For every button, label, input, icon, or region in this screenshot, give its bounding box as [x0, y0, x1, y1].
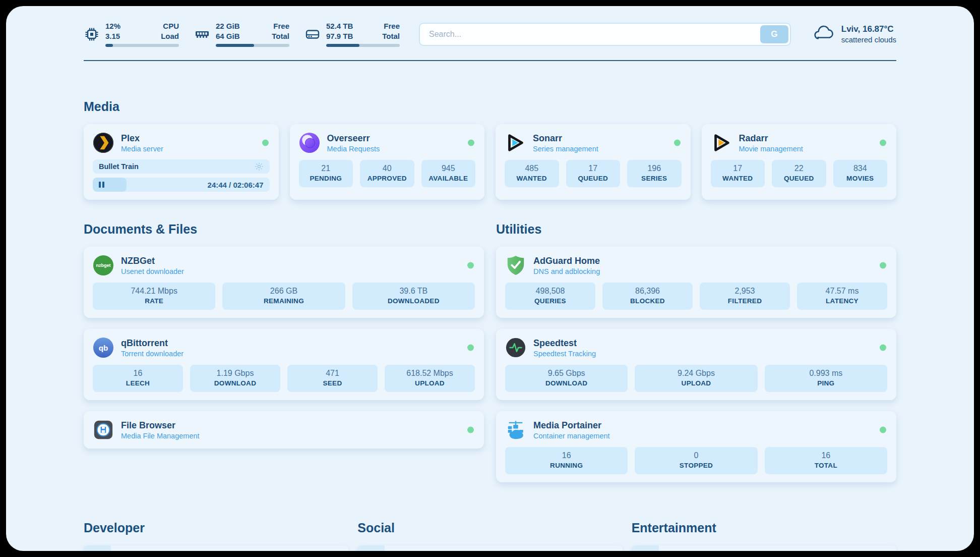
stat-box: 2,953FILTERED [700, 283, 790, 310]
app-card-overseerr[interactable]: OverseerrMedia Requests21PENDING40APPROV… [290, 124, 485, 200]
stat-label: AVAILABLE [424, 175, 473, 182]
top-bar: 12%3.15CPULoad22 GiB64 GiBFreeTotal52.4 … [84, 6, 896, 47]
app-name: Overseerr [327, 133, 380, 144]
bookmark-youtube[interactable]: YTYouTubeyoutube.com [632, 545, 896, 551]
app-name: Plex [121, 133, 163, 144]
app-card-sonarr[interactable]: SonarrSeries management485WANTED17QUEUED… [496, 124, 691, 200]
stat-label: WANTED [508, 175, 556, 182]
bookmarks-area: DeveloperGHGithubgithub.comSOStackOverfl… [84, 521, 896, 551]
app-name: Media Portainer [533, 420, 610, 431]
stat-box: 22QUEUED [772, 160, 826, 187]
stat-label: STOPPED [638, 462, 754, 469]
app-subtitle: Media Requests [327, 145, 380, 153]
stat-label: QUEUED [775, 175, 823, 182]
section-title-developer: Developer [84, 521, 348, 535]
app-subtitle: Torrent downloader [121, 350, 183, 358]
portainer-icon [505, 419, 526, 440]
status-dot [262, 140, 269, 146]
bookmark-github[interactable]: GHGithubgithub.com [84, 545, 348, 551]
app-name: qBittorrent [121, 338, 183, 349]
app-subtitle: Movie management [739, 145, 803, 153]
bookmark-group-developer: DeveloperGHGithubgithub.comSOStackOverfl… [84, 521, 348, 551]
app-card-speedtest[interactable]: SpeedtestSpeedtest Tracking9.65 GbpsDOWN… [496, 329, 896, 400]
app-name: Speedtest [533, 338, 596, 349]
stat-label: FILTERED [703, 297, 787, 305]
stat-label: SEED [290, 379, 375, 387]
stat-value: 0 [638, 451, 754, 460]
bookmark-abbr: YT [632, 545, 659, 551]
app-card-file-browser[interactable]: File BrowserMedia File Management [84, 411, 484, 449]
status-dot [880, 140, 886, 146]
adguard-icon [505, 255, 526, 276]
bookmark-abbr: GH [84, 545, 111, 551]
search-provider-button[interactable]: G [760, 25, 788, 43]
monitor-progress-fill [216, 44, 254, 47]
app-subtitle: DNS and adblocking [533, 267, 600, 275]
app-card-adguard-home[interactable]: AdGuard HomeDNS and adblocking498,508QUE… [496, 247, 896, 318]
qbittorrent-icon: qb [93, 337, 114, 358]
app-card-qbittorrent[interactable]: qbqBittorrentTorrent downloader16LEECH1.… [84, 329, 484, 400]
playback-time: 24:44 / 02:06:47 [208, 181, 264, 189]
stat-value: 16 [508, 451, 625, 460]
stat-box: 196SERIES [627, 160, 682, 187]
stat-value: 39.6 TB [355, 287, 472, 296]
status-dot [880, 262, 886, 269]
stat-value: 17 [714, 164, 762, 173]
stat-value: 0.993 ms [768, 369, 884, 378]
stat-box: 86,396BLOCKED [602, 283, 693, 310]
stat-value: 9.24 Gbps [638, 369, 754, 378]
stat-label: DOWNLOAD [508, 379, 625, 387]
stat-label: LEECH [96, 379, 180, 387]
section-title-social: Social [357, 521, 622, 535]
ram-icon [194, 26, 210, 42]
app-card-media-portainer[interactable]: Media PortainerContainer management16RUN… [496, 411, 896, 482]
stat-box: 0STOPPED [635, 447, 757, 474]
stat-value: 945 [424, 164, 473, 173]
stat-value: 40 [363, 164, 411, 173]
status-dot [467, 262, 474, 269]
weather-widget: Lviv, 16.87°C scattered clouds [812, 24, 896, 44]
status-dot [467, 345, 474, 351]
stat-label: UPLOAD [388, 379, 472, 387]
bookmark-linkedin[interactable]: LILinkedInlinkedin.com [357, 545, 622, 551]
monitor-values: 52.4 TB97.9 TB [326, 21, 353, 41]
stat-label: MOVIES [836, 175, 885, 182]
monitor-labels: CPULoad [161, 21, 179, 41]
gear-icon[interactable] [255, 162, 264, 171]
now-playing-title: Bullet Train [99, 162, 139, 171]
status-dot [468, 140, 474, 146]
section-title-documents: Documents & Files [84, 222, 484, 237]
app-subtitle: Usenet downloader [121, 267, 184, 275]
stat-box: 16LEECH [93, 365, 183, 392]
stat-box: 498,508QUERIES [505, 283, 595, 310]
monitor-progress-fill [105, 44, 113, 47]
app-name: NZBGet [121, 255, 184, 267]
bookmark-group-social: SocialLILinkedInlinkedin.comTWTwittertwi… [357, 521, 622, 551]
section-documents: Documents & Files nzbgetNZBGetUsenet dow… [84, 222, 484, 482]
section-title-entertainment: Entertainment [632, 521, 896, 535]
bookmark-abbr: LI [357, 545, 385, 551]
app-card-radarr[interactable]: RadarrMovie management17WANTED22QUEUED83… [702, 124, 897, 200]
pause-icon [99, 182, 104, 188]
stat-box: 16TOTAL [765, 447, 887, 474]
app-subtitle: Media server [121, 145, 163, 153]
stat-box: 834MOVIES [833, 160, 888, 187]
stat-value: 485 [508, 164, 556, 173]
status-dot [467, 427, 474, 433]
app-card-nzbget[interactable]: nzbgetNZBGetUsenet downloader744.21 Mbps… [84, 247, 484, 318]
app-card-plex[interactable]: PlexMedia serverBullet Train24:44 / 02:0… [84, 124, 279, 200]
bookmark-group-entertainment: EntertainmentYTYouTubeyoutube.comNFNetfl… [632, 521, 896, 551]
stat-value: 86,396 [605, 287, 690, 296]
sonarr-icon [505, 132, 526, 153]
stat-label: RATE [96, 297, 212, 305]
stat-value: 618.52 Mbps [388, 369, 472, 378]
stat-label: WANTED [714, 175, 762, 182]
monitor-progress-fill [326, 44, 359, 47]
app-subtitle: Media File Management [121, 432, 200, 440]
monitor-values: 22 GiB64 GiB [216, 21, 240, 41]
search-input[interactable] [419, 23, 791, 46]
stat-label: PENDING [302, 175, 350, 182]
stat-box: 39.6 TBDOWNLOADED [352, 283, 475, 310]
monitor-progressbar [105, 44, 179, 47]
section-title-utilities: Utilities [496, 222, 896, 237]
